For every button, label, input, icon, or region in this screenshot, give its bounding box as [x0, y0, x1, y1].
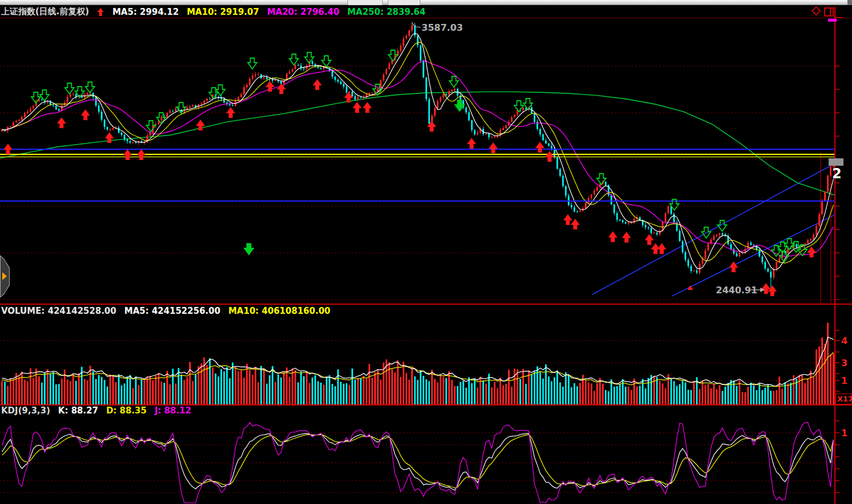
- peak-price-label: 3587.03: [421, 22, 463, 33]
- wave-label-box: [829, 158, 843, 166]
- page-title: 上证指数(日线.前复权): [1, 6, 89, 17]
- ma250-legend: MA250: 2839.64: [347, 7, 425, 17]
- volume-axis-label: 1: [841, 375, 847, 386]
- kdj-axis-label: 1: [841, 428, 847, 439]
- ma250-line: [0, 92, 835, 195]
- window-icon[interactable]: [824, 7, 834, 17]
- kdj-name-label: KDJ(9,3,3): [1, 405, 50, 416]
- volume-header: VOLUME: 424142528.00 MA5: 424152256.00 M…: [1, 306, 330, 316]
- kdj-j-label: J: 88.12: [155, 405, 191, 416]
- kdj-k-label: K: 88.27: [58, 405, 98, 416]
- chevron-right-icon: [2, 272, 7, 280]
- chart-header: 上证指数(日线.前复权) MA5: 2994.12 MA10: 2919.07 …: [1, 6, 425, 18]
- volume-ma10-label: MA10: 406108160.00: [228, 306, 330, 316]
- signal-arrows: [3, 50, 816, 296]
- volume-axis-label: 4: [841, 335, 847, 346]
- reference-lines: [0, 149, 835, 201]
- volume-axis-label: 3: [841, 358, 847, 368]
- kdj-gridlines: [0, 433, 835, 493]
- ma20-legend: MA20: 2796.40: [267, 7, 339, 17]
- volume-multiplier-badge: X17: [835, 394, 852, 404]
- volume-bars: [1, 323, 834, 404]
- ma5-legend: MA5: 2994.12: [112, 7, 179, 17]
- volume-value-label: VOLUME: 424142528.00: [1, 306, 116, 316]
- volume-gridlines: [0, 341, 835, 380]
- volume-ma5-label: MA5: 424152256.00: [124, 306, 220, 316]
- ma10-legend: MA10: 2919.07: [187, 7, 259, 17]
- trough-price-label: 2440.91: [716, 285, 757, 296]
- magenta-marker: [828, 19, 837, 22]
- trendlines-layer: [592, 153, 835, 303]
- main-gridlines: [0, 66, 835, 300]
- chart-canvas: [0, 0, 852, 504]
- kdj-header: KDJ(9,3,3) K: 88.27 D: 88.35 J: 88.12: [1, 405, 191, 416]
- signal-arrow-icon: [97, 7, 104, 17]
- wave-count-label: 2: [832, 166, 842, 182]
- kdj-d-label: D: 88.35: [106, 405, 146, 416]
- annotation-pointers: [412, 23, 764, 292]
